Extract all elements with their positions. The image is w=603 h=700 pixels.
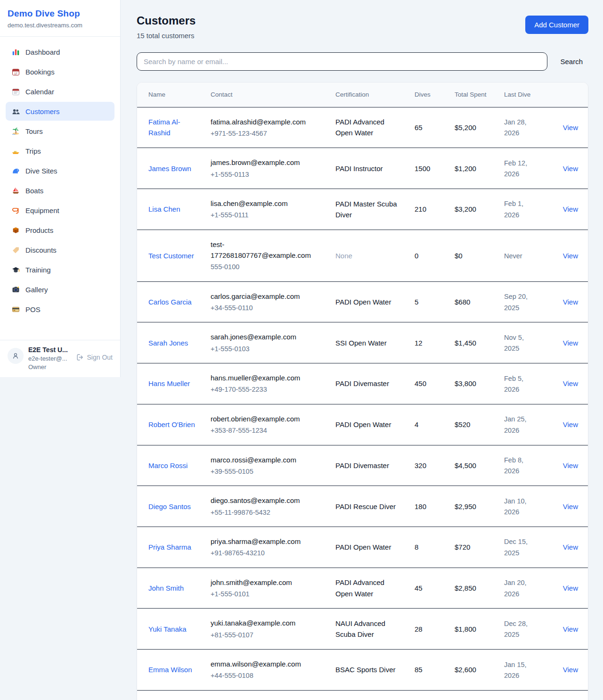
column-header-dives: Dives — [407, 82, 447, 107]
products-icon — [11, 226, 20, 234]
sidebar-item-label: Dive Sites — [25, 167, 57, 175]
table-row: Robert O'Brien robert.obrien@example.com… — [137, 404, 588, 445]
customer-name-link[interactable]: Test Customer — [148, 252, 194, 260]
search-button[interactable]: Search — [560, 58, 583, 66]
customer-dives: 28 — [415, 625, 423, 633]
table-row: Emma Wilson emma.wilson@example.com +44-… — [137, 650, 588, 691]
view-customer-link[interactable]: View — [563, 666, 578, 674]
customer-total-spent: $0 — [455, 252, 463, 260]
sidebar-item-customers[interactable]: Customers — [6, 102, 114, 121]
customer-total-spent: $1,200 — [455, 165, 476, 173]
customer-phone: +39-555-0105 — [211, 466, 320, 477]
app-title[interactable]: Demo Dive Shop — [8, 8, 113, 19]
customer-name-link[interactable]: Diego Santos — [148, 502, 191, 511]
table-row: John Smith john.smith@example.com +1-555… — [137, 568, 588, 609]
view-customer-link[interactable]: View — [563, 461, 578, 469]
sidebar-item-dashboard[interactable]: Dashboard — [6, 42, 114, 61]
sidebar-item-dive-sites[interactable]: Dive Sites — [6, 161, 114, 180]
sidebar-item-training[interactable]: Training — [6, 260, 114, 279]
sidebar-item-boats[interactable]: Boats — [6, 181, 114, 200]
sidebar-item-label: Training — [25, 266, 51, 274]
sidebar-item-discounts[interactable]: Discounts — [6, 240, 114, 259]
sign-out-label: Sign Out — [87, 354, 113, 361]
tours-icon — [11, 127, 20, 135]
sidebar-item-trips[interactable]: Trips — [6, 141, 114, 160]
customer-last-dive: Dec 28, 2025 — [504, 620, 528, 638]
customer-certification: PADI Open Water — [335, 543, 391, 551]
view-customer-link[interactable]: View — [563, 584, 578, 592]
customer-name-link[interactable]: James Brown — [148, 165, 191, 173]
view-customer-link[interactable]: View — [563, 379, 578, 387]
customer-certification: BSAC Sports Diver — [335, 666, 396, 674]
user-role: Owner — [28, 363, 72, 371]
customer-last-dive: Feb 5, 2026 — [504, 375, 523, 393]
sidebar-item-tours[interactable]: Tours — [6, 122, 114, 140]
view-customer-link[interactable]: View — [563, 165, 578, 173]
customer-total-spent: $3,800 — [455, 379, 476, 387]
customer-name-link[interactable]: Lisa Chen — [148, 205, 180, 213]
customer-phone: +353-87-555-1234 — [211, 425, 320, 436]
customer-name-link[interactable]: Emma Wilson — [148, 666, 192, 674]
add-customer-button[interactable]: Add Customer — [525, 16, 588, 34]
customer-name-link[interactable]: Marco Rossi — [148, 461, 187, 469]
sidebar-item-equipment[interactable]: Equipment — [6, 201, 114, 220]
view-customer-link[interactable]: View — [563, 502, 578, 511]
customer-phone: +971-55-123-4567 — [211, 128, 320, 139]
table-row: James Brown james.brown@example.com +1-5… — [137, 148, 588, 189]
sign-out-button[interactable]: Sign Out — [76, 354, 113, 361]
customer-phone: +1-555-0101 — [211, 589, 320, 599]
customer-dives: 45 — [415, 584, 423, 592]
customer-phone: +49-170-555-2233 — [211, 384, 320, 395]
customer-total-spent: $520 — [455, 420, 470, 428]
app-subdomain: demo.test.divestreams.com — [8, 22, 113, 29]
table-row: Test Customer test-1772681807767@example… — [137, 230, 588, 281]
customer-phone: +81-555-0107 — [211, 630, 320, 640]
customer-last-dive: Feb 8, 2026 — [504, 456, 523, 475]
svg-text:17: 17 — [14, 72, 17, 74]
dive-sites-icon — [11, 166, 20, 175]
boats-icon — [11, 186, 20, 195]
customer-name-link[interactable]: Hans Mueller — [148, 379, 190, 387]
view-customer-link[interactable]: View — [563, 298, 578, 306]
calendar-icon — [11, 87, 20, 96]
view-customer-link[interactable]: View — [563, 420, 578, 428]
sidebar-item-gallery[interactable]: Gallery — [6, 280, 114, 299]
sidebar-item-label: Gallery — [25, 286, 48, 294]
customer-name-link[interactable]: Sarah Jones — [148, 339, 188, 347]
customer-name-link[interactable]: Fatima Al-Rashid — [148, 118, 180, 137]
customer-dives: 4 — [415, 420, 418, 428]
view-customer-link[interactable]: View — [563, 124, 578, 132]
customer-name-link[interactable]: Yuki Tanaka — [148, 625, 187, 633]
sidebar-item-label: Equipment — [25, 206, 59, 214]
customer-name-link[interactable]: Carlos Garcia — [148, 298, 192, 306]
customers-icon — [11, 107, 20, 115]
customer-last-dive: Never — [504, 252, 522, 260]
search-input[interactable] — [137, 52, 547, 71]
view-customer-link[interactable]: View — [563, 339, 578, 347]
view-customer-link[interactable]: View — [563, 543, 578, 551]
customer-phone: +1-555-0113 — [211, 169, 320, 180]
sidebar-item-label: POS — [25, 305, 41, 313]
customer-certification: NAUI Advanced Scuba Diver — [335, 619, 385, 638]
customer-certification: PADI Advanced Open Water — [335, 118, 384, 137]
sidebar-item-bookings[interactable]: 17 Bookings — [6, 62, 114, 81]
view-customer-link[interactable]: View — [563, 625, 578, 633]
customer-name-link[interactable]: Priya Sharma — [148, 543, 191, 551]
table-header-row: NameContactCertificationDivesTotal Spent… — [137, 82, 588, 107]
customer-dives: 0 — [415, 252, 418, 260]
page-title: Customers — [137, 14, 196, 27]
customer-last-dive: Jan 20, 2026 — [504, 579, 527, 597]
table-row: Fatima Al-Rashid fatima.alrashid@example… — [137, 107, 588, 148]
sidebar-item-calendar[interactable]: Calendar — [6, 82, 114, 101]
customer-last-dive: Jan 28, 2026 — [504, 118, 527, 137]
view-customer-link[interactable]: View — [563, 205, 578, 213]
customer-name-link[interactable]: Robert O'Brien — [148, 420, 195, 428]
customer-last-dive: Nov 5, 2025 — [504, 334, 524, 352]
table-row: Marco Rossi marco.rossi@example.com +39-… — [137, 445, 588, 486]
sidebar-item-products[interactable]: Products — [6, 221, 114, 239]
main-content: Customers 15 total customers Add Custome… — [121, 0, 603, 700]
customer-name-link[interactable]: John Smith — [148, 584, 184, 592]
sidebar-item-pos[interactable]: POS — [6, 300, 114, 319]
customer-total-spent: $2,950 — [455, 502, 476, 511]
view-customer-link[interactable]: View — [563, 252, 578, 260]
